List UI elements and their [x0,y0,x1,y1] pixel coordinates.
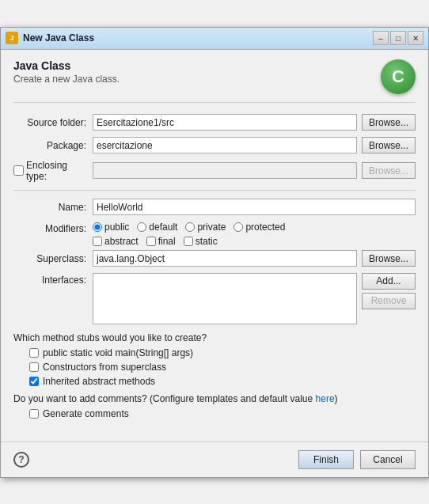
comments-section: Do you want to add comments? (Configure … [13,393,416,419]
generate-comments-label: Generate comments [43,408,129,419]
close-button[interactable]: ✕ [408,31,423,45]
dialog-content: Java Class Create a new Java class. C So… [1,50,428,441]
name-input[interactable] [93,199,416,215]
modifiers-radio-group: public default private protected [93,222,416,233]
modifier-static[interactable]: static [184,236,218,247]
enclosing-type-browse-button[interactable]: Browse... [362,162,416,179]
stub-main-checkbox[interactable] [29,348,39,358]
cancel-button[interactable]: Cancel [360,450,416,469]
enclosing-type-field [93,162,357,179]
minimize-button[interactable]: – [373,31,389,45]
package-label: Package: [13,140,93,151]
source-folder-browse-button[interactable]: Browse... [362,114,416,131]
interfaces-buttons: Add... Remove [362,273,416,309]
source-folder-input[interactable] [93,114,357,131]
source-folder-row: Source folder: Browse... [13,114,416,131]
divider-1 [13,190,416,191]
modifier-default-radio[interactable] [137,222,146,232]
enclosing-type-checkbox[interactable] [13,165,24,176]
name-field [93,199,416,215]
stub-inherited-item: Inherited abstract methods [13,376,416,387]
eclipse-logo: C [381,59,416,94]
stubs-title: Which method stubs would you like to cre… [13,332,416,343]
modifier-final-checkbox[interactable] [146,237,156,246]
superclass-row: Superclass: Browse... [13,250,416,267]
dialog-footer: ? Finish Cancel [1,441,428,477]
package-row: Package: Browse... [13,137,416,154]
generate-comments-checkbox[interactable] [29,409,39,419]
modifiers-checkbox-group: abstract final static [93,236,416,247]
modifier-final[interactable]: final [146,236,176,247]
stub-constructors-checkbox[interactable] [29,362,39,372]
modifier-protected[interactable]: protected [233,222,285,233]
modifier-public[interactable]: public [93,222,129,233]
dialog-subtitle: Create a new Java class. [13,74,381,85]
package-browse-button[interactable]: Browse... [362,137,416,153]
modifier-abstract[interactable]: abstract [93,236,139,247]
new-java-class-dialog: J New Java Class – □ ✕ Java Class Create… [0,27,429,478]
modifier-protected-radio[interactable] [233,222,243,232]
superclass-field [93,250,357,267]
modifiers-label: Modifiers: [13,222,93,234]
enclosing-type-checkbox-area: Enclosing type: [13,160,93,182]
interfaces-label: Interfaces: [13,273,93,286]
stubs-section: Which method stubs would you like to cre… [13,332,416,387]
window-controls: – □ ✕ [373,31,423,45]
enclosing-type-input[interactable] [93,162,357,179]
enclosing-type-row: Enclosing type: Browse... [13,160,416,182]
generate-comments-item: Generate comments [13,408,416,419]
comments-title-prefix: Do you want to add comments? (Configure … [13,393,316,404]
stub-main-label: public static void main(String[] args) [43,347,193,358]
interfaces-remove-button[interactable]: Remove [362,293,416,309]
finish-button[interactable]: Finish [298,450,354,469]
enclosing-type-label[interactable]: Enclosing type: [24,160,86,182]
modifier-default[interactable]: default [137,222,177,233]
modifier-static-checkbox[interactable] [184,237,193,246]
stub-constructors-label: Constructors from superclass [43,362,166,373]
source-folder-field [93,114,357,131]
dialog-title: Java Class [13,59,381,72]
modifier-private-radio[interactable] [185,222,195,232]
stub-inherited-label: Inherited abstract methods [43,376,155,387]
dialog-header: Java Class Create a new Java class. C [13,59,416,103]
name-label: Name: [13,202,93,213]
name-row: Name: [13,199,416,216]
package-input[interactable] [93,137,357,153]
interfaces-listbox[interactable] [93,273,357,324]
source-folder-label: Source folder: [13,117,93,128]
title-bar: J New Java Class – □ ✕ [1,28,428,50]
maximize-button[interactable]: □ [390,31,406,45]
interfaces-section: Interfaces: Add... Remove [13,273,416,324]
interfaces-add-button[interactable]: Add... [362,273,416,290]
action-buttons: Finish Cancel [298,450,416,469]
stub-main-item: public static void main(String[] args) [13,347,416,358]
comments-title: Do you want to add comments? (Configure … [13,393,416,404]
modifiers-content: public default private protected [93,222,416,247]
superclass-label: Superclass: [13,253,93,264]
modifier-public-radio[interactable] [93,222,102,232]
modifier-private[interactable]: private [185,222,226,233]
window-icon: J [6,32,18,44]
package-field [93,137,357,153]
superclass-input[interactable] [93,250,357,267]
modifiers-row: Modifiers: public default private [13,222,416,247]
stub-constructors-item: Constructors from superclass [13,362,416,373]
help-button[interactable]: ? [13,452,29,468]
comments-configure-link[interactable]: here [316,393,335,404]
modifier-abstract-checkbox[interactable] [93,237,102,246]
superclass-browse-button[interactable]: Browse... [362,250,416,267]
header-text: Java Class Create a new Java class. [13,59,381,85]
stub-inherited-checkbox[interactable] [29,377,39,386]
window-title: New Java Class [23,32,373,44]
